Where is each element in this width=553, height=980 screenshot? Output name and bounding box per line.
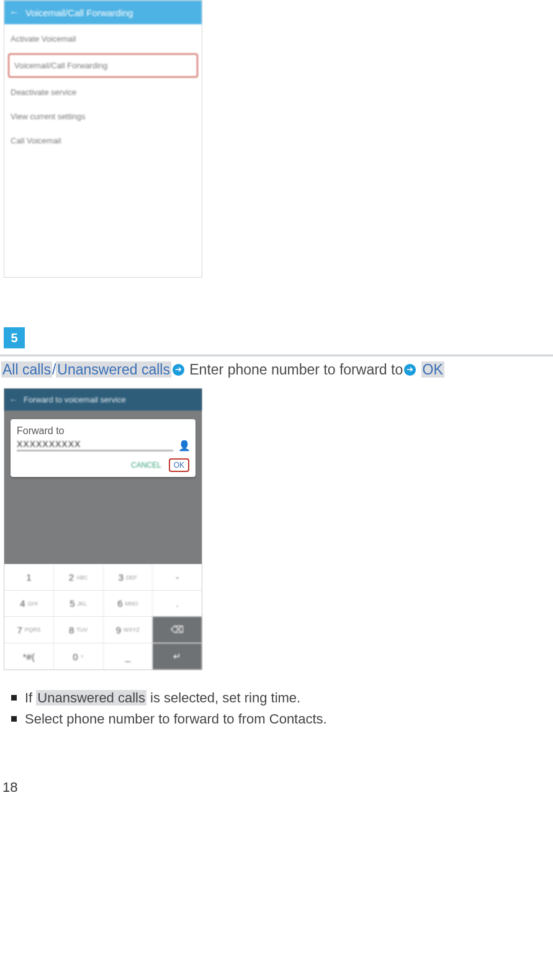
note2-text: Select phone number to forward to from C… xyxy=(25,711,327,727)
notes-list: If Unanswered calls is selected, set rin… xyxy=(11,687,553,730)
arrow-icon xyxy=(173,364,184,376)
settings-list-item: View current settings xyxy=(4,104,202,129)
dialpad-key: 7PQRS xyxy=(4,617,54,643)
dialpad-key: 3DEF xyxy=(104,565,153,590)
instruction-line: All calls/Unanswered calls Enter phone n… xyxy=(0,360,553,384)
option-unanswered-calls: Unanswered calls xyxy=(56,361,171,378)
instruction-ok: OK xyxy=(421,361,444,378)
step-number-badge: 5 xyxy=(4,327,25,348)
screenshot2-title: Forward to voicemail service xyxy=(24,395,126,404)
dialpad: 12ABC3DEF-4GHI5JKL6MNO.7PQRS8TUV9WXYZ⌫*#… xyxy=(4,564,202,669)
screenshot1-title: Voicemail/Call Forwarding xyxy=(25,7,133,18)
dialpad-row: 7PQRS8TUV9WXYZ⌫ xyxy=(4,616,202,643)
dialpad-key: 8TUV xyxy=(54,617,104,643)
dialpad-key: 5JKL xyxy=(54,591,104,616)
note1-pre: If xyxy=(25,690,36,706)
ok-button-highlight: OK xyxy=(169,458,189,472)
settings-list-item: Call Voicemail xyxy=(4,129,202,153)
forward-number-field: XXXXXXXXXX xyxy=(17,439,173,451)
dialpad-key: 6MNO xyxy=(104,591,153,616)
cancel-button: CANCEL xyxy=(128,458,164,472)
settings-list-item: Voicemail/Call Forwarding xyxy=(8,53,198,78)
arrow-icon xyxy=(404,364,416,376)
screenshot-voicemail-settings: ← Voicemail/Call Forwarding Activate Voi… xyxy=(4,0,202,278)
dialpad-key: - xyxy=(153,565,202,590)
forward-to-card: Forward to XXXXXXXXXX 👤 CANCEL OK xyxy=(11,419,196,477)
dialpad-key: 4GHI xyxy=(4,591,54,616)
instruction-action: Enter phone number to forward to xyxy=(186,361,403,378)
dialpad-row: 12ABC3DEF- xyxy=(4,564,202,590)
dialpad-key: 2ABC xyxy=(54,565,104,590)
dialpad-row: 4GHI5JKL6MNO. xyxy=(4,590,202,616)
dialpad-key: _ xyxy=(104,643,153,669)
dialpad-row: *#(0+_↵ xyxy=(4,643,202,669)
contact-icon: 👤 xyxy=(178,440,189,451)
note1-highlight: Unanswered calls xyxy=(36,690,146,706)
separator-line xyxy=(0,355,553,356)
screenshot2-header: ← Forward to voicemail service xyxy=(4,389,202,411)
settings-list-item: Activate Voicemail xyxy=(4,27,202,51)
forward-to-label: Forward to xyxy=(17,425,189,437)
dialpad-key: ↵ xyxy=(153,643,202,669)
dialpad-key: ⌫ xyxy=(153,617,202,643)
back-arrow-icon: ← xyxy=(9,395,17,404)
note-item: Select phone number to forward to from C… xyxy=(11,709,553,730)
option-all-calls: All calls xyxy=(1,361,52,378)
note1-post: is selected, set ring time. xyxy=(146,690,300,706)
dialpad-key: *#( xyxy=(4,643,54,669)
dialpad-key: . xyxy=(153,591,202,616)
page-number: 18 xyxy=(0,779,553,796)
settings-list-item: Deactivate service xyxy=(4,80,202,104)
note-item: If Unanswered calls is selected, set rin… xyxy=(11,687,553,709)
screenshot1-header: ← Voicemail/Call Forwarding xyxy=(4,1,202,24)
dialpad-key: 0+ xyxy=(54,643,104,669)
screenshot-forward-dialer: ← Forward to voicemail service Forward t… xyxy=(4,388,202,670)
dialpad-key: 1 xyxy=(4,565,54,590)
dialpad-key: 9WXYZ xyxy=(104,617,153,643)
back-arrow-icon: ← xyxy=(9,7,19,18)
